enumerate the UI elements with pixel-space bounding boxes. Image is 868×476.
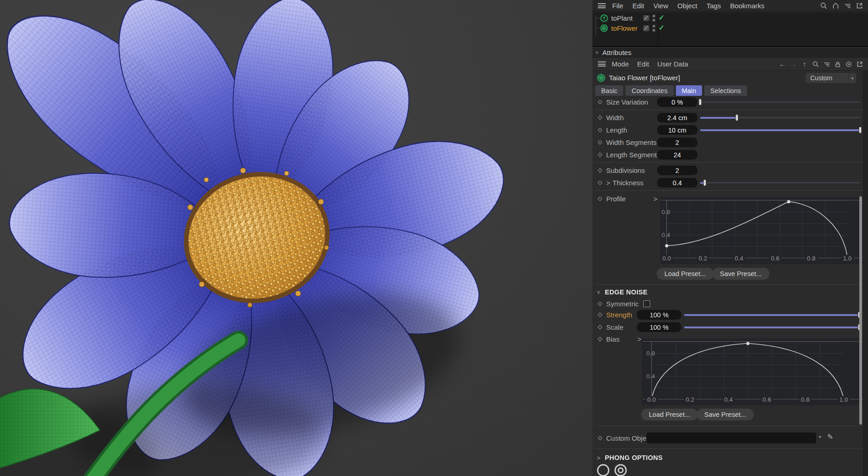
menu-mode[interactable]: Mode [608, 60, 633, 68]
keyframe-diamond-icon[interactable] [598, 302, 603, 306]
thickness-input[interactable]: 0.4 [657, 178, 697, 188]
profile-curve-plot[interactable]: 0.00.20.40.60.81.0 0.80.4 [666, 200, 847, 258]
object-name-selected[interactable]: toFlower [611, 24, 638, 32]
menu-view[interactable]: View [649, 2, 673, 10]
pick-pencil-icon[interactable]: ✎ [827, 432, 833, 441]
attributes-header: × Attributes [592, 46, 868, 58]
phong-options-section-header[interactable]: > PHONG OPTIONS [597, 452, 663, 463]
rotate-tool-icon[interactable] [597, 464, 609, 476]
length-slider[interactable] [700, 124, 860, 136]
menu-icon[interactable] [598, 3, 606, 8]
width-segments-input[interactable]: 2 [657, 138, 697, 147]
keyframe-diamond-icon[interactable] [598, 168, 603, 173]
menu-object[interactable]: Object [673, 2, 702, 10]
size-variation-input[interactable]: 0 % [657, 97, 697, 107]
length-input[interactable]: 10 cm [657, 125, 697, 135]
thickness-slider[interactable] [700, 177, 860, 189]
scrollbar-thumb[interactable] [859, 196, 862, 425]
save-preset-button[interactable]: Save Preset... [697, 409, 754, 421]
tab-main[interactable]: Main [676, 85, 702, 96]
bias-curve-plot[interactable]: 0.00.20.40.60.81.0 0.80.4 [651, 342, 844, 399]
symmetric-checkbox[interactable] [643, 300, 650, 307]
chevron-down-icon[interactable]: > [595, 290, 602, 294]
keyframe-diamond-icon[interactable] [598, 153, 603, 157]
param-label: Bias [606, 335, 619, 343]
keyframe-diamond-icon[interactable] [598, 128, 603, 133]
search-icon[interactable] [820, 2, 828, 10]
menu-icon[interactable] [598, 61, 606, 66]
lock-icon[interactable] [834, 60, 841, 68]
keyframe-diamond-icon[interactable] [598, 196, 603, 201]
keyframe-diamond-icon[interactable] [598, 325, 603, 330]
up-icon[interactable]: ↑ [801, 60, 808, 68]
length-segments-input[interactable]: 24 [657, 150, 697, 160]
tab-selections[interactable]: Selections [704, 85, 747, 96]
enabled-check-icon[interactable]: ✓ [658, 14, 664, 22]
home-icon[interactable] [832, 2, 840, 10]
menu-edit-attrs[interactable]: Edit [633, 60, 653, 68]
object-row-toplant[interactable]: toPlant ✓ [592, 13, 633, 23]
expander-icon[interactable]: > [637, 335, 641, 343]
record-tool-icon[interactable] [614, 464, 627, 476]
target-icon[interactable] [845, 60, 852, 68]
layer-icon[interactable] [643, 25, 649, 31]
visibility-dots-icon[interactable] [652, 25, 655, 32]
bias-curve-editor[interactable]: 0.00.20.40.60.81.0 0.80.4 [642, 338, 864, 405]
tab-basic[interactable]: Basic [595, 85, 623, 96]
close-icon[interactable]: × [592, 49, 603, 56]
viewport-3d[interactable] [0, 0, 592, 476]
menu-file[interactable]: File [608, 2, 628, 10]
object-row-toflower[interactable]: toFlower ✓ [592, 23, 638, 33]
preset-dropdown[interactable]: Custom ▾ [806, 73, 856, 83]
layer-icon[interactable] [643, 15, 649, 21]
menu-bookmarks[interactable]: Bookmarks [725, 2, 769, 10]
pop-out-icon[interactable] [856, 2, 863, 10]
subdivisions-input[interactable]: 2 [657, 166, 697, 175]
size-variation-slider[interactable] [700, 96, 860, 108]
param-row-size-variation: Size Variation 0 % [597, 96, 864, 108]
menu-edit[interactable]: Edit [628, 2, 649, 10]
tab-coordinates[interactable]: Coordinates [625, 85, 673, 96]
save-preset-button[interactable]: Save Preset... [712, 268, 769, 280]
profile-curve-editor[interactable]: 0.00.20.40.60.81.0 0.80.4 [660, 197, 864, 264]
pop-out-icon[interactable] [856, 60, 863, 68]
chevron-down-icon[interactable]: ▾ [819, 434, 821, 439]
keyframe-diamond-icon[interactable] [598, 116, 603, 120]
object-name[interactable]: toPlant [611, 14, 633, 22]
visibility-dots-icon[interactable] [652, 15, 655, 22]
chevron-down-icon[interactable]: ▾ [848, 73, 856, 83]
filter-icon[interactable] [844, 2, 851, 10]
flower-object-icon[interactable] [600, 24, 608, 32]
search-icon[interactable] [812, 60, 819, 68]
column-divider[interactable] [658, 12, 658, 46]
expander-icon[interactable]: > [606, 179, 610, 187]
keyframe-diamond-icon[interactable] [598, 181, 603, 185]
width-slider[interactable] [700, 111, 860, 124]
edge-noise-section-header[interactable]: > EDGE NOISE [597, 287, 647, 298]
attribute-manager-panel: File Edit View Object Tags Bookmarks [592, 0, 868, 476]
width-input[interactable]: 2.4 cm [657, 113, 697, 122]
keyframe-diamond-icon[interactable] [598, 313, 603, 317]
custom-object-input[interactable] [647, 432, 816, 443]
scrollbar-track[interactable] [863, 71, 868, 476]
expander-icon[interactable]: > [653, 195, 658, 203]
load-preset-button[interactable]: Load Preset... [641, 409, 698, 421]
menu-tags[interactable]: Tags [702, 2, 726, 10]
back-icon[interactable]: ← [779, 60, 786, 68]
plant-object-icon[interactable] [600, 14, 608, 22]
strength-slider[interactable] [684, 309, 859, 321]
menu-user-data[interactable]: User Data [653, 60, 692, 68]
enabled-check-icon[interactable]: ✓ [658, 24, 664, 32]
load-preset-button[interactable]: Load Preset... [657, 268, 713, 280]
param-label: Width [606, 114, 624, 122]
scale-input[interactable]: 100 % [637, 322, 681, 332]
keyframe-diamond-icon[interactable] [598, 337, 603, 341]
strength-input[interactable]: 100 % [637, 310, 681, 320]
scale-slider[interactable] [684, 321, 859, 333]
keyframe-diamond-icon[interactable] [598, 436, 603, 440]
keyframe-diamond-icon[interactable] [598, 140, 603, 145]
chevron-right-icon[interactable]: > [597, 454, 601, 461]
filter-icon[interactable] [823, 60, 830, 68]
forward-icon[interactable]: → [790, 60, 797, 68]
keyframe-diamond-icon[interactable] [598, 100, 603, 105]
